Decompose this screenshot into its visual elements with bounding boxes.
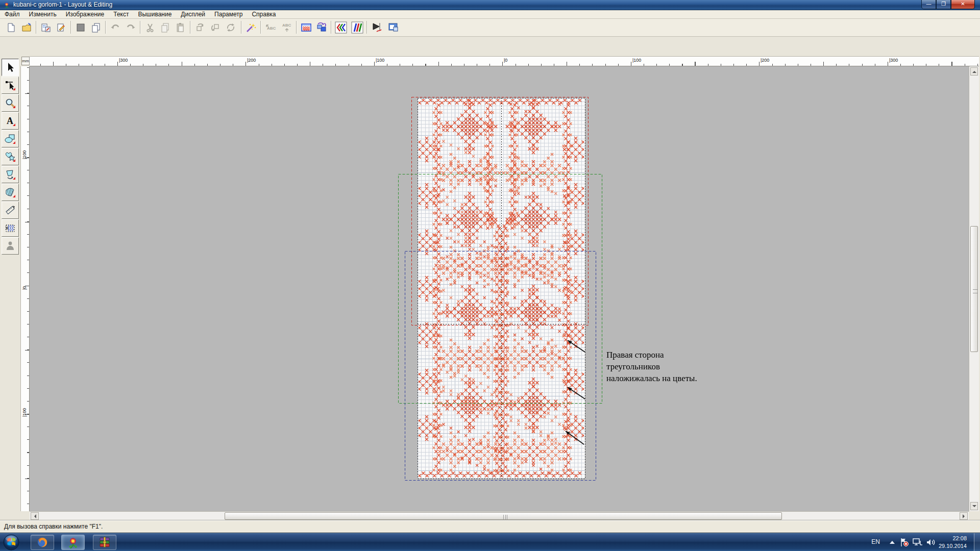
toolbar-button-design-page[interactable] — [74, 20, 88, 35]
tool-point-edit[interactable] — [2, 77, 19, 94]
toolbar-separator — [260, 21, 261, 34]
vertical-scrollbar[interactable] — [969, 66, 979, 511]
toolbar-button-rotate[interactable] — [224, 20, 238, 35]
pe-design-flower-icon — [66, 536, 80, 549]
winrar-icon — [98, 536, 111, 549]
window-controls: — ❐ ✕ — [921, 0, 975, 9]
tool-shapes-outline[interactable] — [2, 130, 19, 147]
scroll-down-button[interactable] — [970, 502, 978, 510]
select-arrow-icon — [5, 62, 16, 73]
menu-sew[interactable]: Вышивание — [133, 10, 176, 19]
card-export-icon — [56, 22, 66, 33]
v-ruler-label: |100 — [22, 408, 27, 417]
minimize-button[interactable]: — — [921, 0, 936, 9]
text-transform-icon: ABC — [281, 22, 293, 33]
h-ruler-label: |0 — [504, 58, 507, 63]
tool-freehand-shape[interactable] — [2, 166, 19, 183]
fan-block-icon — [5, 187, 16, 198]
toolbar-button-copy[interactable] — [158, 20, 173, 35]
menu-text[interactable]: Текст — [109, 10, 133, 19]
tray-network-icon[interactable] — [913, 538, 923, 547]
toolbar-button-paste[interactable] — [174, 20, 188, 35]
vertical-scrollbar-thumb[interactable] — [970, 226, 978, 352]
taskbar-app-pe-design[interactable] — [61, 535, 85, 550]
horizontal-scrollbar-thumb[interactable] — [225, 512, 782, 520]
toolbar-button-stitch-simulator[interactable] — [370, 20, 384, 35]
design-canvas[interactable] — [30, 66, 969, 511]
toolbar-button-card-import[interactable] — [39, 20, 53, 35]
close-button[interactable]: ✕ — [951, 0, 975, 9]
toolbar-button-card-export[interactable] — [54, 20, 68, 35]
taskbar-app-firefox[interactable] — [31, 535, 54, 550]
menu-image[interactable]: Изображение — [61, 10, 109, 19]
tool-text[interactable]: A — [2, 112, 19, 130]
status-help-text: Для вызова справки нажмите "F1". — [4, 523, 103, 530]
v-ruler-label: |0 — [22, 286, 27, 290]
toolbar-button-stitch-view[interactable] — [334, 20, 348, 35]
scroll-up-button[interactable] — [970, 67, 978, 76]
new-document-icon — [6, 22, 16, 33]
scrollbar-grip — [503, 515, 507, 519]
menu-bar: Файл Изменить Изображение Текст Вышивани… — [0, 10, 980, 19]
toolbar-button-text-fit[interactable]: ABC — [263, 20, 278, 35]
stitch-simulator-icon — [371, 21, 383, 34]
toolbar-button-new[interactable] — [4, 20, 18, 35]
toolbar-button-design-copy[interactable] — [89, 20, 103, 35]
horizontal-ruler: |300 |200 |100 |0 |100 |200 |300 — [30, 56, 979, 66]
scroll-right-button[interactable] — [960, 512, 968, 520]
tool-zoom[interactable] — [2, 94, 19, 112]
toolbar-button-flip-vertical[interactable] — [208, 20, 223, 35]
text-fit-icon: ABC — [264, 22, 277, 33]
magnifier-icon — [5, 97, 16, 109]
design-page-icon — [76, 22, 86, 33]
title-bar[interactable]: kubani-c gorlom-1 - Layout & Editing — ❐… — [0, 0, 980, 10]
toolbar-button-reference-window[interactable] — [386, 20, 400, 35]
toolbar-separator — [190, 21, 191, 34]
toolbar-button-layout-arrange[interactable] — [314, 20, 329, 35]
toolbar-button-flip-horizontal[interactable] — [193, 20, 207, 35]
paste-clipboard-icon — [176, 22, 186, 33]
menu-file[interactable]: Файл — [0, 10, 24, 19]
toolbar-button-sewing-attributes[interactable] — [299, 20, 313, 35]
toolbar-button-magic-wand[interactable] — [244, 20, 258, 35]
tool-palette: A — [0, 56, 20, 520]
start-button[interactable] — [2, 534, 20, 551]
stitch-select-icon — [5, 222, 16, 234]
design-annotation-text[interactable]: Правая сторона треугольников наложижалас… — [606, 349, 719, 384]
toolbar-button-open[interactable] — [19, 20, 34, 35]
annotation-line: треугольников — [606, 361, 719, 372]
scroll-left-button[interactable] — [31, 512, 39, 520]
horizontal-scrollbar[interactable] — [30, 511, 969, 520]
h-ruler-label: |300 — [119, 58, 128, 63]
tray-show-hidden-icons[interactable] — [889, 540, 895, 544]
show-desktop-button[interactable] — [974, 533, 980, 551]
tray-time: 22:08 — [926, 535, 967, 542]
tray-date: 29.10.2014 — [926, 542, 967, 550]
menu-help[interactable]: Справка — [247, 10, 280, 19]
toolbar-button-realistic-view[interactable] — [350, 20, 364, 35]
taskbar: EN 22:08 29.10.2014 — [0, 533, 980, 551]
tool-stitch-select[interactable] — [2, 219, 19, 237]
scrollbar-corner — [969, 511, 980, 520]
tool-select[interactable] — [2, 59, 19, 76]
tool-shapes-star-heart[interactable] — [2, 148, 19, 165]
ruler-unit-box[interactable]: mm — [21, 57, 30, 65]
tool-fitting-mannequin[interactable] — [2, 237, 19, 255]
tool-measure[interactable] — [2, 202, 19, 219]
annotation-line: наложижалась на цветы. — [606, 372, 719, 384]
toolbar-button-cut[interactable] — [143, 20, 157, 35]
taskbar-app-winrar[interactable] — [93, 535, 116, 550]
restore-button[interactable]: ❐ — [936, 0, 951, 9]
menu-display[interactable]: Дисплей — [176, 10, 210, 19]
menu-edit[interactable]: Изменить — [24, 10, 61, 19]
menu-option[interactable]: Параметр — [210, 10, 247, 19]
tool-fan-block[interactable] — [2, 184, 19, 201]
tray-clock[interactable]: 22:08 29.10.2014 — [926, 535, 967, 550]
tray-action-center-flag-icon[interactable] — [899, 537, 910, 547]
toolbar-button-redo[interactable] — [124, 20, 138, 35]
toolbar-button-text-transform[interactable]: ABC — [280, 20, 294, 35]
toolbar-separator — [331, 21, 332, 34]
v-ruler-label: |100 — [22, 151, 27, 159]
toolbar-button-undo[interactable] — [108, 20, 122, 35]
tray-language-indicator[interactable]: EN — [871, 538, 880, 545]
